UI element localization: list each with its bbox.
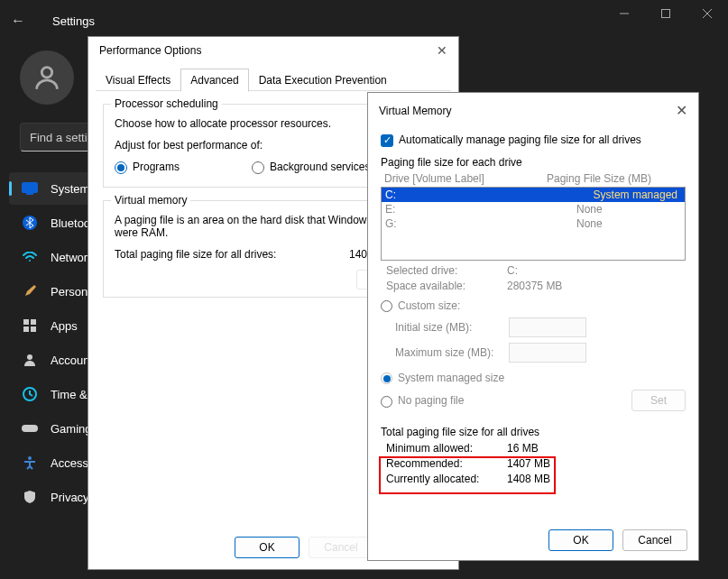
bluetooth-icon xyxy=(22,215,38,231)
brush-icon xyxy=(22,283,38,299)
svg-rect-9 xyxy=(31,319,36,325)
cancel-button[interactable]: Cancel xyxy=(622,529,687,551)
sidebar-item-label: Apps xyxy=(51,319,78,333)
min-label: Minimum allowed: xyxy=(386,442,507,455)
system-icon xyxy=(22,180,38,197)
initial-size-label: Initial size (MB): xyxy=(395,321,509,334)
rec-label: Recommended: xyxy=(386,457,507,470)
back-button[interactable]: ← xyxy=(11,13,32,29)
avatar[interactable] xyxy=(20,51,74,105)
svg-rect-8 xyxy=(23,319,29,325)
close-icon[interactable]: ✕ xyxy=(672,100,691,121)
per-drive-legend: Paging file size for each drive xyxy=(381,156,686,169)
radio-icon xyxy=(381,396,392,408)
app-title: Settings xyxy=(52,14,95,28)
svg-point-4 xyxy=(41,68,51,78)
window-controls xyxy=(604,0,728,27)
close-button[interactable] xyxy=(687,0,728,27)
min-value: 16 MB xyxy=(507,442,539,455)
cur-value: 1408 MB xyxy=(507,473,550,485)
radio-icon xyxy=(115,161,127,174)
cancel-button[interactable]: Cancel xyxy=(309,537,373,558)
tab-visual-effects[interactable]: Visual Effects xyxy=(96,69,180,92)
dialog-title: Virtual Memory xyxy=(379,105,451,117)
radio-icon xyxy=(252,161,264,174)
radio-system-managed: System managed size xyxy=(381,372,504,384)
initial-size-input xyxy=(509,317,586,337)
dialog-title: Performance Options xyxy=(99,44,201,57)
user-icon xyxy=(32,62,62,93)
apps-icon xyxy=(22,317,38,334)
tabs: Visual Effects Advanced Data Execution P… xyxy=(88,64,458,91)
svg-rect-14 xyxy=(22,425,38,432)
selected-drive-label: Selected drive: xyxy=(386,264,507,277)
col-size: Paging File Size (MB) xyxy=(547,172,651,185)
drives-listbox[interactable]: C: System managed E: None G: None xyxy=(381,187,686,261)
radio-background-services[interactable]: Background services xyxy=(252,161,370,174)
virtual-memory-dialog: Virtual Memory ✕ ✓Automatically manage p… xyxy=(367,92,699,561)
tab-advanced[interactable]: Advanced xyxy=(180,69,248,92)
col-drive: Drive [Volume Label] xyxy=(384,172,547,185)
minimize-button[interactable] xyxy=(604,0,645,27)
accounts-icon xyxy=(22,352,38,368)
maximize-button[interactable] xyxy=(645,0,687,27)
svg-rect-1 xyxy=(662,10,670,18)
clock-icon xyxy=(22,386,38,402)
svg-rect-10 xyxy=(23,326,29,332)
radio-icon xyxy=(381,300,392,312)
sidebar-item-label: Gaming xyxy=(51,422,92,436)
selected-drive-value: C: xyxy=(507,264,518,277)
svg-rect-11 xyxy=(31,326,36,332)
radio-custom-size: Custom size: xyxy=(381,299,460,312)
space-value: 280375 MB xyxy=(507,280,562,292)
svg-rect-6 xyxy=(26,193,33,195)
close-icon[interactable]: ✕ xyxy=(433,41,451,60)
set-button: Set xyxy=(631,390,686,411)
ok-button[interactable]: OK xyxy=(235,537,299,558)
radio-icon xyxy=(381,372,392,384)
radio-programs[interactable]: Programs xyxy=(115,161,180,174)
radio-no-paging: No paging file xyxy=(381,394,631,407)
ok-button[interactable]: OK xyxy=(548,529,613,551)
svg-rect-5 xyxy=(23,183,38,193)
totals-legend: Total paging file size for all drives xyxy=(381,426,686,438)
svg-point-15 xyxy=(28,456,32,460)
shield-icon xyxy=(22,489,38,505)
wifi-icon xyxy=(22,249,38,265)
drive-row[interactable]: G: None xyxy=(382,216,685,231)
group-legend: Processor scheduling xyxy=(111,97,222,110)
group-legend: Virtual memory xyxy=(111,194,190,207)
vm-total-label: Total paging file size for all drives: xyxy=(115,248,349,261)
sidebar-item-label: System xyxy=(51,182,89,196)
drive-row[interactable]: C: System managed xyxy=(382,188,685,202)
cur-label: Currently allocated: xyxy=(386,473,507,485)
accessibility-icon xyxy=(22,455,38,471)
tab-dep[interactable]: Data Execution Prevention xyxy=(249,69,397,92)
svg-point-12 xyxy=(27,354,32,360)
rec-value: 1407 MB xyxy=(507,457,550,470)
drive-row[interactable]: E: None xyxy=(382,202,685,216)
maximum-size-label: Maximum size (MB): xyxy=(395,346,509,359)
maximum-size-input xyxy=(509,343,586,363)
auto-manage-checkbox[interactable]: ✓Automatically manage paging file size f… xyxy=(381,133,641,146)
space-label: Space available: xyxy=(386,280,507,292)
checkbox-icon: ✓ xyxy=(381,134,393,147)
gaming-icon xyxy=(22,420,38,437)
